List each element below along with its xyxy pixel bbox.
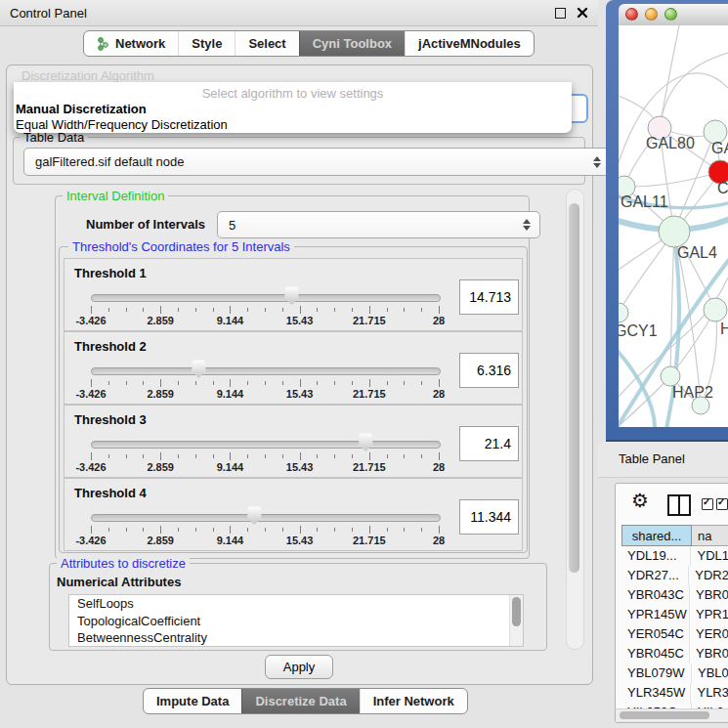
table-data-combobox[interactable]: galFiltered.sif default node (23, 148, 611, 176)
threshold-4-slider-thumb[interactable] (247, 506, 262, 525)
table-cell-shared-name[interactable]: YPR145W (621, 605, 690, 624)
table-body: YDL19...YDL1YDR27...YDR2YBR043CYBR0YPR14… (621, 546, 728, 708)
gear-icon[interactable]: ⚙ (631, 490, 649, 511)
scrollbar-thumb[interactable] (512, 597, 521, 626)
threshold-slider-track[interactable] (91, 514, 441, 522)
table-cell-name[interactable]: YLR3 (691, 683, 728, 703)
apply-button[interactable]: Apply (265, 655, 333, 679)
table-row[interactable]: YPR145WYPR1 (621, 605, 728, 624)
checkbox-icon[interactable]: ✓ (716, 498, 728, 510)
scrollbar-thumb[interactable] (620, 711, 709, 719)
dropdown-option-equal-width-frequency[interactable]: Equal Width/Frequency Discretization (16, 117, 228, 132)
list-item-selfloops[interactable]: SelfLoops (69, 595, 523, 613)
scrollbar-thumb[interactable] (569, 203, 579, 573)
table-cell-shared-name[interactable]: YBR043C (621, 585, 690, 605)
network-node[interactable] (692, 397, 709, 414)
table-row[interactable]: YDR27...YDR2 (621, 566, 728, 585)
list-item-topologicalcoefficient[interactable]: TopologicalCoefficient (69, 613, 523, 630)
network-node-gcy1[interactable] (619, 303, 628, 322)
table-cell-shared-name[interactable]: YBL079W (621, 664, 692, 683)
table-cell-name[interactable]: YDR2 (689, 566, 728, 585)
dropdown-option-manual-discretization[interactable]: Manual Discretization (16, 102, 147, 116)
network-edge[interactable] (660, 53, 728, 128)
network-node-label: GAL11 (621, 193, 668, 210)
table-row[interactable]: YBL079WYBL0 (621, 664, 728, 683)
tick-label: 28 (433, 461, 445, 473)
threshold-slider-track[interactable] (91, 441, 441, 449)
network-edge[interactable] (660, 25, 679, 128)
threshold-3-slider-thumb[interactable] (359, 433, 373, 451)
close-traffic-light-icon[interactable] (625, 8, 638, 21)
table-cell-name[interactable]: YBR0 (690, 585, 728, 605)
network-node-hap2[interactable] (661, 366, 680, 386)
tick-label: -3.426 (75, 388, 106, 400)
threshold-4-panel: Threshold 4 11.344 -3.4262.8599.14415.43… (64, 478, 523, 551)
settings-vertical-scrollbar[interactable] (566, 189, 584, 650)
table-cell-name[interactable]: YBR0 (690, 644, 728, 664)
table-horizontal-scrollbar[interactable] (616, 708, 728, 722)
tab-infer-network[interactable]: Infer Network (360, 689, 467, 713)
table-cell-name[interactable]: YDL1 (691, 546, 728, 566)
table-cell-name[interactable]: YBL0 (692, 664, 728, 683)
tick-label: 2.859 (147, 388, 174, 400)
tab-jactivemnodules[interactable]: jActiveMNodules (405, 31, 534, 56)
table-cell-shared-name[interactable]: YDL19... (621, 546, 691, 566)
threshold-1-value-field[interactable]: 14.713 (459, 279, 519, 315)
table-row[interactable]: YBR043CYBR0 (621, 585, 728, 605)
network-node-label: H (720, 321, 728, 337)
slider-tick-labels: -3.4262.8599.14415.4321.71528 (91, 315, 440, 326)
threshold-1-slider-thumb[interactable] (284, 286, 299, 305)
network-canvas[interactable]: GAL80GACGAL11GAL4GCY1HHAP2 (619, 25, 728, 427)
table-cell-shared-name[interactable]: YER054C (621, 624, 690, 644)
number-of-intervals-combobox[interactable]: 5 (217, 211, 540, 238)
list-item-betweennesscentrality[interactable]: BetweennessCentrality (69, 629, 523, 647)
threshold-2-value-field[interactable]: 6.316 (459, 353, 519, 388)
network-edge[interactable] (670, 232, 674, 376)
network-node-h[interactable] (704, 298, 727, 321)
column-header-shared-name[interactable]: shared... (621, 525, 692, 546)
network-window-titlebar[interactable] (619, 4, 728, 26)
checkbox-icon[interactable]: ✓ (702, 498, 713, 510)
number-of-intervals-value: 5 (229, 218, 236, 233)
tab-select[interactable]: Select (235, 31, 298, 56)
network-node-label: C (717, 180, 728, 196)
threshold-slider-track[interactable] (91, 294, 441, 302)
tab-network[interactable]: Network (84, 31, 178, 56)
table-row[interactable]: YDL19...YDL1 (621, 546, 728, 566)
split-view-icon[interactable] (667, 494, 691, 516)
network-edge[interactable] (624, 172, 720, 187)
network-view-window: GAL80GACGAL11GAL4GCY1HHAP2 (606, 0, 728, 442)
threshold-4-value-field[interactable]: 11.344 (459, 499, 519, 535)
tab-network-label: Network (115, 36, 165, 51)
table-row[interactable]: YBR045CYBR0 (621, 644, 728, 664)
tab-cyni-toolbox[interactable]: Cyni Toolbox (299, 31, 405, 56)
threshold-3-value-field[interactable]: 21.4 (459, 426, 519, 461)
table-cell-shared-name[interactable]: YDR27... (621, 566, 689, 585)
threshold-slider-track[interactable] (91, 367, 441, 375)
table-cell-shared-name[interactable]: YLR345W (621, 683, 691, 703)
threshold-2-slider-thumb[interactable] (192, 360, 206, 378)
list-scrollbar[interactable] (509, 595, 523, 646)
float-window-icon[interactable] (555, 8, 566, 19)
column-header-name[interactable]: na (692, 525, 728, 546)
zoom-traffic-light-icon[interactable] (664, 8, 677, 21)
close-icon[interactable] (576, 6, 589, 20)
slider-tick-labels: -3.4262.8599.14415.4321.71528 (91, 388, 440, 400)
table-cell-name[interactable]: YER0 (690, 624, 728, 644)
tab-impute-data[interactable]: Impute Data (144, 689, 241, 713)
dropdown-placeholder-option[interactable]: Select algorithm to view settings (14, 86, 572, 101)
number-of-intervals-label: Number of Intervals (86, 217, 205, 232)
app-screen: Control Panel Network Style Select (0, 0, 728, 728)
control-panel-titlebar: Control Panel (0, 0, 598, 26)
network-node-gal4[interactable] (659, 216, 690, 247)
table-cell-shared-name[interactable]: YBR045C (621, 644, 690, 664)
tab-discretize-data[interactable]: Discretize Data (241, 689, 359, 713)
tab-style[interactable]: Style (178, 31, 235, 56)
minimize-traffic-light-icon[interactable] (645, 8, 658, 21)
tick-label: 21.715 (353, 461, 386, 473)
table-row[interactable]: YLR345WYLR3 (621, 683, 728, 703)
table-row[interactable]: YER054CYER0 (621, 624, 728, 644)
table-cell-name[interactable]: YPR1 (690, 605, 728, 624)
tick-label: -3.426 (75, 315, 106, 326)
combo-stepper-icon (523, 219, 531, 231)
